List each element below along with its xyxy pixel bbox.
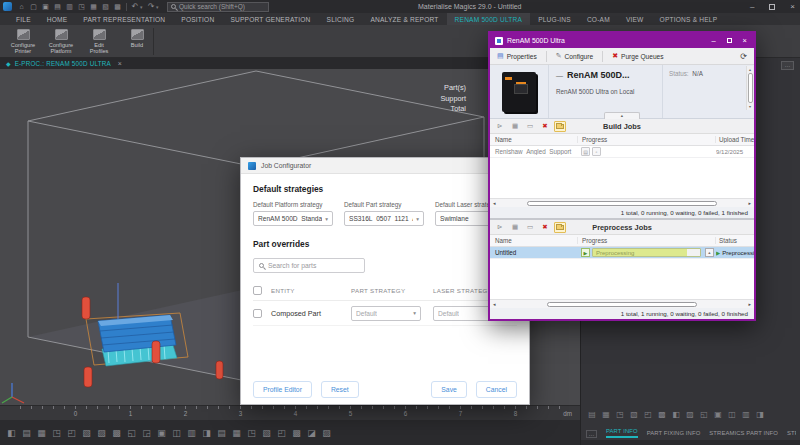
scroll-left-icon[interactable]: ◂ [493,301,496,307]
scroll-up-icon[interactable]: ▴ [749,67,751,72]
view-tool-icon[interactable]: ▩ [110,426,123,440]
view-tool-icon[interactable]: ◰ [275,426,288,440]
pause-job-icon[interactable]: ▦ [509,121,521,132]
quick-access-icon[interactable]: ◳ [76,1,87,12]
profile-editor-button[interactable]: Profile Editor [253,381,312,398]
view-tool-icon[interactable]: ▤ [215,426,228,440]
scroll-left-icon[interactable]: ◂ [493,200,496,206]
maximize-button[interactable] [727,38,732,43]
cancel-button[interactable]: Cancel [476,381,517,398]
maximize-button[interactable] [769,4,775,10]
ribbon-tab[interactable]: PART REPRESENTATION [75,13,173,25]
stop-job-icon[interactable]: ▭ [524,121,536,132]
view-tool-icon[interactable]: ▧ [80,426,93,440]
vertical-scrollbar[interactable]: ▴ ▾ [746,66,753,110]
close-button[interactable]: × [743,37,747,45]
part-tool-icon[interactable]: ▤ [586,410,598,419]
view-tool-icon[interactable]: ▧ [260,426,273,440]
properties-button[interactable]: ▤ Properties [497,52,537,60]
open-folder-icon[interactable] [554,121,566,132]
view-tool-icon[interactable]: ▩ [290,426,303,440]
ribbon-tab[interactable]: SUPPORT GENERATION [222,13,318,25]
submit-job-icon[interactable]: ⊳ [494,222,506,233]
part-info-tab[interactable]: PART INFO [606,428,638,438]
scene-tab-close-icon[interactable]: × [118,60,122,67]
view-tool-icon[interactable]: ▣ [155,426,168,440]
part-info-tab[interactable]: STREAMICS PART INFO [709,430,778,438]
scrollbar-thumb[interactable] [547,302,697,307]
preprocess-job-row[interactable]: Untitled ▶ Preprocessing ▴ ▶ Preprocessi… [490,247,754,259]
ribbon-tab[interactable]: CO-AM [579,13,618,25]
build-job-row[interactable]: Renishaw_Angled_Support ▤ ▫ 9/12/2025 [490,146,754,158]
view-tool-icon[interactable]: ▨ [95,426,108,440]
panel-more-button[interactable]: … [781,61,794,70]
view-tool-icon[interactable]: ◰ [65,426,78,440]
ribbon-button[interactable]: ConfigurePrinter [5,27,41,57]
ribbon-tab[interactable]: VIEW [618,13,652,25]
refresh-icon[interactable]: ⟳ [740,52,747,61]
redo-dropdown-icon[interactable]: ▾ [156,4,162,10]
collapse-dash-icon[interactable]: — [556,72,563,79]
part-tool-icon[interactable]: ◳ [614,410,626,419]
part-tool-icon[interactable]: ▣ [712,410,724,419]
scroll-right-icon[interactable]: ▸ [748,200,751,206]
quick-access-icon[interactable]: ▤ [52,1,63,12]
minimize-button[interactable]: – [711,37,715,45]
scroll-down-icon[interactable]: ▾ [749,104,751,109]
row-checkbox[interactable] [253,309,262,318]
view-tool-icon[interactable]: ◫ [170,426,183,440]
view-tool-icon[interactable]: ◳ [50,426,63,440]
part-search-input[interactable]: Search for parts [253,258,365,273]
quick-access-icon[interactable]: ▣ [40,1,51,12]
collapse-panel-button[interactable]: ▴ [604,112,640,119]
ribbon-tab[interactable]: SLICING [319,13,363,25]
job-log-icon[interactable]: ▤ [581,147,590,156]
view-tool-icon[interactable]: ◪ [305,426,318,440]
purge-queues-button[interactable]: ✖ Purge Queues [612,52,663,60]
configure-button[interactable]: ✎ Configure [556,52,593,60]
reset-button[interactable]: Reset [321,381,359,398]
view-tool-icon[interactable]: ▨ [320,426,333,440]
job-report-icon[interactable]: ▫ [592,147,601,156]
save-button[interactable]: Save [431,381,467,398]
part-tool-icon[interactable]: ▦ [600,410,612,419]
ribbon-button[interactable]: EditProfiles [81,27,117,57]
tabs-overflow-button[interactable]: … [586,430,597,438]
view-tool-icon[interactable]: ▥ [185,426,198,440]
view-tool-icon[interactable]: ▦ [230,426,243,440]
pause-job-icon[interactable]: ▦ [509,222,521,233]
horizontal-scrollbar[interactable]: ◂ ▸ [490,299,754,308]
machine-window-titlebar[interactable]: RenAM 500D Ultra – × [490,33,754,48]
close-button[interactable]: × [790,3,795,11]
horizontal-scrollbar[interactable]: ◂ ▸ [490,198,754,207]
part-info-tab[interactable]: PART FIXING INFO [647,430,701,438]
part-tool-icon[interactable]: ▨ [684,410,696,419]
ribbon-tab[interactable]: PLUG-INS [530,13,579,25]
view-tool-icon[interactable]: ◧ [5,426,18,440]
stop-job-icon[interactable]: ▭ [524,222,536,233]
part-info-tab[interactable]: STREAMICS PART TAGS [787,430,796,438]
ribbon-tab[interactable]: ANALYZE & REPORT [362,13,446,25]
part-tool-icon[interactable]: ▥ [740,410,752,419]
undo-icon[interactable]: ↶ [130,2,140,11]
ribbon-tab[interactable]: FILE [8,13,39,25]
part-tool-icon[interactable]: ▩ [656,410,668,419]
select-all-checkbox[interactable] [253,286,262,295]
delete-job-icon[interactable]: ✖ [539,121,551,132]
ribbon-tab[interactable]: POSITION [173,13,222,25]
part-tool-icon[interactable]: ◨ [754,410,766,419]
quick-access-icon[interactable]: ▥ [64,1,75,12]
open-folder-icon[interactable] [554,222,566,233]
redo-icon[interactable]: ↷ [146,2,156,11]
scroll-right-icon[interactable]: ▸ [748,301,751,307]
quick-access-icon[interactable]: ▧ [100,1,111,12]
view-tool-icon[interactable]: ◲ [140,426,153,440]
platform-strategy-select[interactable]: RenAM 500D_Standard ▾ [253,211,333,226]
dialog-titlebar[interactable]: Job Configurator [241,158,529,174]
part-tool-icon[interactable]: ◫ [726,410,738,419]
submit-job-icon[interactable]: ⊳ [494,121,506,132]
part-tool-icon[interactable]: ▧ [628,410,640,419]
quick-access-icon[interactable]: ▢ [28,1,39,12]
scrollbar-thumb[interactable] [527,201,717,206]
quick-access-icon[interactable]: ⌂ [16,1,27,12]
